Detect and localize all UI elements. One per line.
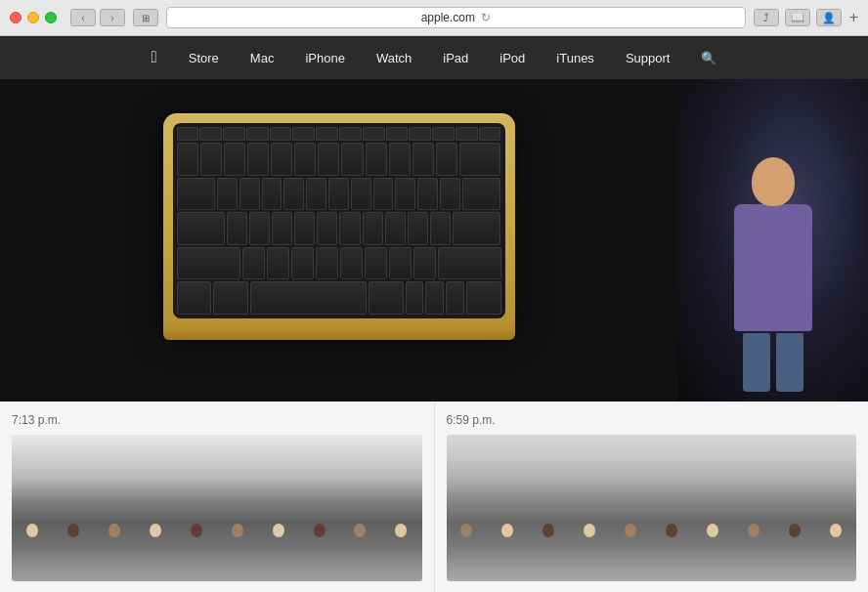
keyboard-fn-row (177, 127, 501, 141)
minimize-button[interactable] (27, 12, 39, 23)
nav-item-ipad[interactable]: iPad (427, 36, 484, 79)
forward-button[interactable]: › (100, 9, 125, 26)
tab-bar-button[interactable]: ⊞ (133, 9, 158, 26)
nav-item-ipod[interactable]: iPod (484, 36, 541, 79)
person-legs (724, 333, 822, 392)
search-icon[interactable]: 🔍 (685, 36, 732, 79)
nav-item-watch[interactable]: Watch (361, 36, 427, 79)
back-button[interactable]: ‹ (70, 9, 96, 26)
gallery-time-1: 6:59 p.m. (447, 413, 857, 427)
address-bar[interactable]: apple.com ↻ (166, 7, 746, 28)
person-head (752, 157, 795, 206)
person-body (734, 204, 812, 331)
browser-titlebar: ‹ › ⊞ apple.com ↻ ⤴ 📖 👤 + (0, 0, 868, 35)
gallery-time-0: 7:13 p.m. (12, 413, 422, 427)
apple-logo[interactable]:  (136, 48, 173, 67)
bookmark-button[interactable]: 📖 (785, 9, 810, 26)
laptop-inner-keyboard (173, 123, 505, 318)
new-tab-button[interactable]: + (849, 10, 858, 25)
url-text: apple.com (421, 11, 475, 24)
gallery-section: 7:13 p.m. 6:59 p.m. (0, 402, 868, 592)
laptop-base-bar (163, 326, 515, 340)
profile-button[interactable]: 👤 (816, 9, 842, 26)
nav-buttons: ‹ › (70, 9, 125, 26)
laptop-display (163, 113, 515, 367)
nav-item-mac[interactable]: Mac (235, 36, 290, 79)
stage-person (724, 157, 822, 382)
hero-right (677, 79, 868, 402)
crowd-photo-1 (447, 435, 857, 581)
refresh-icon[interactable]: ↻ (481, 11, 491, 24)
crowd-photo-0 (12, 435, 422, 581)
gallery-item-0: 7:13 p.m. (0, 402, 435, 592)
nav-item-store[interactable]: Store (173, 36, 235, 79)
nav-item-support[interactable]: Support (610, 36, 686, 79)
apple-nav:  Store Mac iPhone Watch iPad iPod iTune… (0, 36, 868, 79)
hero-area (0, 79, 868, 402)
person-leg-right (776, 333, 803, 392)
maximize-button[interactable] (45, 12, 57, 23)
nav-item-iphone[interactable]: iPhone (289, 36, 360, 79)
share-button[interactable]: ⤴ (754, 9, 779, 26)
keyboard-main-rows (177, 143, 501, 315)
gallery-item-1: 6:59 p.m. (435, 402, 869, 592)
gallery-photo-1[interactable] (447, 435, 857, 581)
browser-chrome: ‹ › ⊞ apple.com ↻ ⤴ 📖 👤 + (0, 0, 868, 36)
person-leg-left (743, 333, 770, 392)
close-button[interactable] (10, 12, 22, 23)
hero-left (0, 79, 677, 402)
crowd-heads-1 (447, 524, 857, 537)
browser-actions: ⤴ 📖 👤 (754, 9, 842, 26)
traffic-lights (10, 12, 57, 23)
crowd-heads-0 (12, 524, 422, 537)
gallery-photo-0[interactable] (12, 435, 422, 581)
laptop-outer-shell (163, 113, 515, 328)
nav-item-itunes[interactable]: iTunes (541, 36, 610, 79)
